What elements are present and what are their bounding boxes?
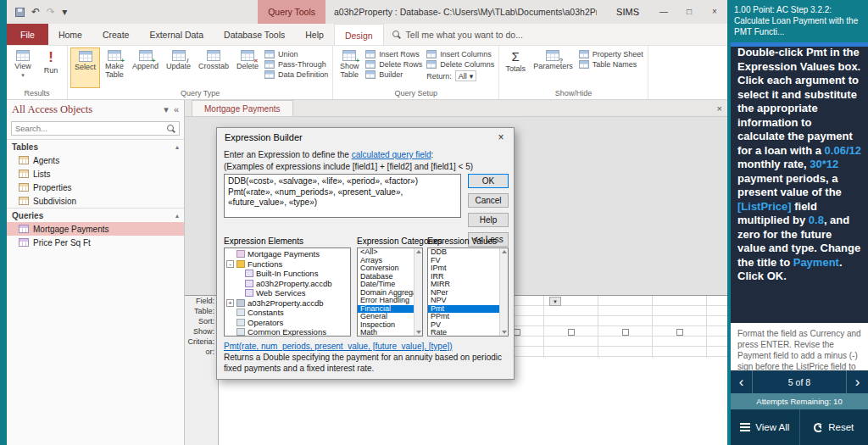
nav-item-label: Mortgage Payments bbox=[33, 225, 109, 234]
ok-button[interactable]: OK bbox=[468, 174, 509, 188]
tree-item[interactable]: Common Expressions bbox=[226, 327, 348, 337]
totals-button[interactable]: Σ Totals bbox=[502, 47, 529, 88]
tree-item[interactable]: Built-In Functions bbox=[226, 269, 348, 279]
show-table-label: Show Table bbox=[340, 63, 359, 79]
tab-help[interactable]: Help bbox=[295, 24, 334, 45]
expand-icon[interactable] bbox=[226, 299, 234, 307]
show-checkbox[interactable] bbox=[622, 329, 629, 336]
redo-button[interactable]: ↷ bbox=[47, 6, 55, 18]
property-sheet-button[interactable]: Property Sheet bbox=[579, 50, 643, 58]
data-definition-button[interactable]: Data Definition bbox=[264, 70, 328, 79]
union-button[interactable]: Union bbox=[264, 50, 328, 58]
reset-button[interactable]: Reset bbox=[800, 409, 868, 445]
tree-item[interactable]: Functions bbox=[226, 259, 348, 270]
nav-section-queries[interactable]: Queries ▴ bbox=[7, 208, 184, 222]
help-button[interactable]: Help bbox=[468, 213, 509, 227]
pmt-signature-link[interactable]: Pmt(rate, num_periods, present_value, [f… bbox=[224, 342, 453, 351]
parameters-button[interactable]: ? Parameters bbox=[530, 47, 576, 88]
delete-columns-button[interactable]: Delete Columns bbox=[426, 60, 494, 69]
insert-columns-icon bbox=[426, 50, 437, 58]
search-placeholder: Search... bbox=[15, 124, 167, 133]
tab-design[interactable]: Design bbox=[334, 24, 384, 45]
insert-columns-button[interactable]: Insert Columns bbox=[426, 50, 494, 58]
nav-item-query[interactable]: Price Per Sq Ft bbox=[7, 236, 184, 249]
tree-item[interactable]: Constants bbox=[226, 308, 348, 318]
tree-item[interactable]: Operators bbox=[226, 318, 348, 328]
select-label: Select bbox=[75, 64, 96, 72]
document-tab-mortgage-payments[interactable]: Mortgage Payments bbox=[192, 100, 293, 116]
tree-item[interactable]: Mortgage Payments bbox=[226, 249, 348, 259]
calculated-query-field-link[interactable]: calculated query field bbox=[352, 150, 431, 159]
scroll-up-icon[interactable] bbox=[416, 250, 421, 253]
plus-badge-icon: + bbox=[152, 57, 156, 64]
chevron-down-icon[interactable]: ▾ bbox=[164, 104, 169, 115]
scroll-down-icon[interactable] bbox=[416, 331, 421, 334]
minimize-button[interactable]: — bbox=[651, 0, 676, 24]
scrollbar[interactable] bbox=[499, 248, 508, 336]
update-button[interactable]: / Update bbox=[163, 47, 194, 88]
view-all-button[interactable]: View All bbox=[731, 409, 800, 445]
show-checkbox[interactable] bbox=[676, 329, 683, 336]
tab-create[interactable]: Create bbox=[92, 24, 140, 45]
builder-button[interactable]: Builder bbox=[365, 70, 422, 79]
close-document-icon[interactable]: × bbox=[717, 103, 722, 114]
undo-button[interactable]: ↶ bbox=[31, 6, 40, 18]
contextual-tab-chip[interactable]: Query Tools bbox=[258, 0, 326, 24]
nav-item-query[interactable]: Mortgage Payments bbox=[7, 222, 184, 236]
shutter-bar-icon[interactable]: « bbox=[174, 104, 179, 115]
tab-file[interactable]: File bbox=[7, 24, 48, 45]
show-table-button[interactable]: + Show Table bbox=[336, 47, 363, 88]
ribbon: View ▾ ! Run Results Select + Make Table bbox=[7, 46, 727, 100]
nav-search-input[interactable]: Search... bbox=[11, 121, 180, 136]
insert-rows-button[interactable]: Insert Rows bbox=[365, 50, 422, 58]
select-query-button[interactable]: Select bbox=[70, 47, 100, 88]
nav-item-table[interactable]: Properties bbox=[7, 181, 184, 194]
tab-home[interactable]: Home bbox=[48, 24, 92, 45]
tell-me-box[interactable]: Tell me what you want to do... bbox=[384, 24, 531, 45]
expression-input[interactable]: DDB(«cost», «salvage», «life», «period»,… bbox=[224, 174, 461, 218]
save-icon[interactable] bbox=[15, 8, 25, 17]
append-button[interactable]: + Append bbox=[129, 47, 162, 88]
nav-item-table[interactable]: Lists bbox=[7, 167, 184, 181]
make-table-button[interactable]: + Make Table bbox=[101, 47, 128, 88]
dialog-examples: (Examples of expressions include [field1… bbox=[224, 162, 473, 171]
cancel-button[interactable]: Cancel bbox=[468, 193, 509, 208]
maximize-button[interactable]: □ bbox=[676, 0, 702, 24]
delete-button[interactable]: × Delete bbox=[233, 47, 262, 88]
close-button[interactable]: × bbox=[702, 0, 727, 24]
table-icon bbox=[19, 183, 29, 192]
pass-through-button[interactable]: Pass-Through bbox=[264, 60, 328, 69]
scroll-up-icon[interactable] bbox=[502, 250, 507, 253]
collapse-icon[interactable] bbox=[226, 260, 234, 268]
table-names-button[interactable]: Table Names bbox=[579, 60, 643, 69]
return-control[interactable]: Return: All ▾ bbox=[426, 70, 494, 81]
tree-item[interactable]: a03h2Property.accdb bbox=[226, 298, 348, 309]
dialog-close-icon[interactable]: × bbox=[488, 128, 514, 147]
crosstab-button[interactable]: Crosstab bbox=[195, 47, 232, 88]
next-step-button[interactable]: › bbox=[846, 370, 868, 393]
previous-step-button[interactable]: ‹ bbox=[731, 370, 753, 393]
table-icon bbox=[19, 197, 29, 205]
view-button[interactable]: View ▾ bbox=[9, 47, 36, 88]
tree-item[interactable]: Web Services bbox=[226, 288, 348, 298]
value-item[interactable]: Rate bbox=[428, 329, 499, 337]
return-combobox[interactable]: All ▾ bbox=[455, 70, 477, 81]
nav-item-table[interactable]: Subdivision bbox=[7, 194, 184, 208]
scrollbar[interactable] bbox=[414, 248, 422, 336]
tab-external-data[interactable]: External Data bbox=[139, 24, 214, 45]
show-checkbox[interactable] bbox=[568, 329, 575, 336]
scroll-down-icon[interactable] bbox=[502, 331, 507, 334]
group-label-show-hide: Show/Hide bbox=[502, 88, 645, 99]
tab-database-tools[interactable]: Database Tools bbox=[214, 24, 295, 45]
nav-item-table[interactable]: Agents bbox=[7, 153, 184, 167]
field-combo-arrow[interactable]: ▼ bbox=[549, 297, 561, 306]
show-checkbox[interactable] bbox=[514, 329, 520, 336]
category-item[interactable]: Math bbox=[358, 329, 414, 337]
delete-rows-button[interactable]: Delete Rows bbox=[365, 60, 422, 69]
tree-item[interactable]: a03h2Property.accdb bbox=[226, 279, 348, 289]
nav-section-tables[interactable]: Tables ▴ bbox=[7, 139, 184, 153]
expressions-icon bbox=[236, 328, 245, 336]
insert-columns-label: Insert Columns bbox=[440, 50, 492, 58]
run-button[interactable]: ! Run bbox=[37, 47, 64, 88]
qat-customize-icon[interactable]: ▾ bbox=[62, 6, 67, 18]
